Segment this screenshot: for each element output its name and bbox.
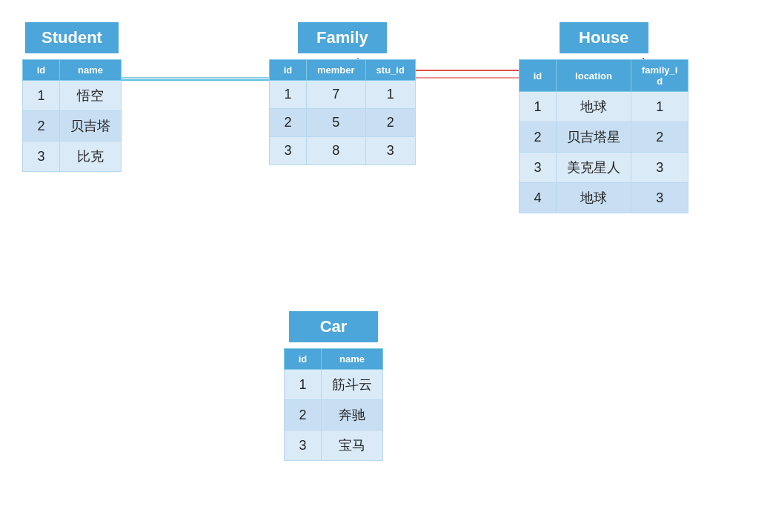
student-title: Student xyxy=(25,22,119,53)
table-row: 3 宝马 xyxy=(285,430,383,461)
house-r4-location: 地球 xyxy=(557,183,631,213)
house-title: House xyxy=(560,22,648,53)
house-r3-location: 美克星人 xyxy=(557,153,631,183)
car-table-block: Car id name 1 筋斗云 2 奔驰 3 宝 xyxy=(284,311,383,461)
house-col-id: id xyxy=(520,60,557,92)
family-r1-member: 7 xyxy=(307,81,366,109)
family-col-member: member xyxy=(307,60,366,81)
house-r2-location: 贝吉塔星 xyxy=(557,122,631,153)
table-row: 4 地球 3 xyxy=(520,183,688,213)
house-r2-familyid: 2 xyxy=(631,122,688,153)
family-title: Family xyxy=(298,22,387,53)
student-row2-id: 2 xyxy=(23,111,60,142)
car-r1-id: 1 xyxy=(285,370,322,400)
car-r3-id: 3 xyxy=(285,430,322,461)
house-table: id location family_id 1 地球 1 2 贝吉塔星 2 3 xyxy=(519,59,688,213)
family-table: id member stu_id 1 7 1 2 5 2 3 8 xyxy=(269,59,416,165)
student-row1-name: 悟空 xyxy=(60,81,122,111)
car-r3-name: 宝马 xyxy=(322,430,383,461)
student-row1-id: 1 xyxy=(23,81,60,111)
family-r2-stuid: 2 xyxy=(365,109,415,137)
house-r2-id: 2 xyxy=(520,122,557,153)
house-r1-id: 1 xyxy=(520,92,557,122)
house-col-familyid: family_id xyxy=(631,60,688,92)
student-table-block: Student id name 1 悟空 2 贝吉塔 3 xyxy=(22,22,122,172)
table-row: 2 贝吉塔 xyxy=(23,111,122,142)
table-row: 3 美克星人 3 xyxy=(520,153,688,183)
family-table-block: Family id member stu_id 1 7 1 2 5 xyxy=(269,22,416,165)
family-col-stuid: stu_id xyxy=(365,60,415,81)
family-r2-member: 5 xyxy=(307,109,366,137)
car-table: id name 1 筋斗云 2 奔驰 3 宝马 xyxy=(284,348,383,461)
diagram-container: Student id name 1 悟空 2 贝吉塔 3 xyxy=(0,0,770,532)
table-row: 1 7 1 xyxy=(270,81,416,109)
table-row: 3 比克 xyxy=(23,142,122,172)
family-r3-id: 3 xyxy=(270,137,307,165)
table-row: 2 5 2 xyxy=(270,109,416,137)
house-col-location: location xyxy=(557,60,631,92)
family-r1-id: 1 xyxy=(270,81,307,109)
car-r1-name: 筋斗云 xyxy=(322,370,383,400)
table-row: 1 悟空 xyxy=(23,81,122,111)
car-r2-name: 奔驰 xyxy=(322,400,383,430)
student-row3-name: 比克 xyxy=(60,142,122,172)
house-r1-location: 地球 xyxy=(557,92,631,122)
table-row: 3 8 3 xyxy=(270,137,416,165)
house-r1-familyid: 1 xyxy=(631,92,688,122)
student-col-id: id xyxy=(23,60,60,81)
house-table-block: House id location family_id 1 地球 1 2 贝吉塔… xyxy=(519,22,688,213)
house-r4-familyid: 3 xyxy=(631,183,688,213)
table-row: 2 奔驰 xyxy=(285,400,383,430)
family-r1-stuid: 1 xyxy=(365,81,415,109)
family-r2-id: 2 xyxy=(270,109,307,137)
table-row: 2 贝吉塔星 2 xyxy=(520,122,688,153)
student-row2-name: 贝吉塔 xyxy=(60,111,122,142)
student-row3-id: 3 xyxy=(23,142,60,172)
student-table: id name 1 悟空 2 贝吉塔 3 比克 xyxy=(22,59,122,172)
car-r2-id: 2 xyxy=(285,400,322,430)
table-row: 1 地球 1 xyxy=(520,92,688,122)
house-r3-familyid: 3 xyxy=(631,153,688,183)
car-title: Car xyxy=(289,311,378,342)
family-r3-stuid: 3 xyxy=(365,137,415,165)
family-r3-member: 8 xyxy=(307,137,366,165)
student-col-name: name xyxy=(60,60,122,81)
car-col-name: name xyxy=(322,349,383,370)
family-col-id: id xyxy=(270,60,307,81)
table-row: 1 筋斗云 xyxy=(285,370,383,400)
house-r3-id: 3 xyxy=(520,153,557,183)
car-col-id: id xyxy=(285,349,322,370)
house-r4-id: 4 xyxy=(520,183,557,213)
